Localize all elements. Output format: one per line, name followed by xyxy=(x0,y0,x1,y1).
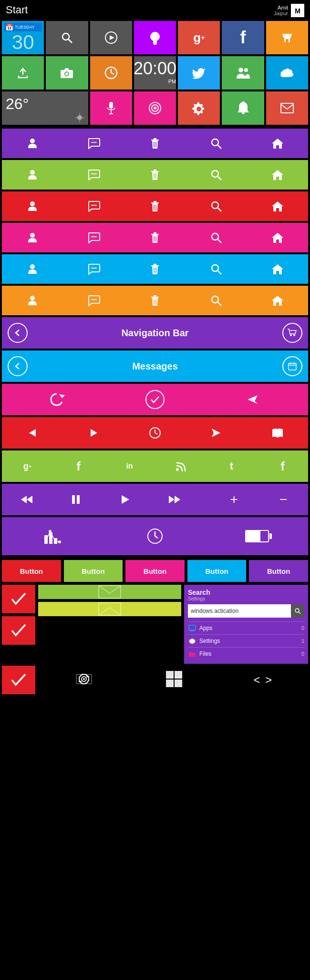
bottom-check[interactable] xyxy=(2,666,35,694)
envelope-item-1[interactable] xyxy=(38,585,181,599)
chat-icon-2[interactable] xyxy=(63,160,124,190)
share-button[interactable] xyxy=(204,392,302,407)
msg-calendar-button[interactable] xyxy=(282,356,302,376)
rss-button[interactable] xyxy=(155,461,206,471)
home-icon-3[interactable] xyxy=(247,191,308,221)
tile-gplus[interactable]: g+ xyxy=(178,21,220,54)
trash-icon-1[interactable] xyxy=(124,129,186,158)
tile-people[interactable] xyxy=(222,56,264,90)
chat-icon-4[interactable] xyxy=(63,223,124,252)
battery-icon[interactable] xyxy=(206,530,308,542)
camera-icon xyxy=(60,67,74,79)
home-icon-2[interactable] xyxy=(247,160,308,190)
facebook-button[interactable]: f xyxy=(53,459,104,474)
gplus-button[interactable]: g+ xyxy=(2,461,53,471)
search-result-apps[interactable]: Apps 0 xyxy=(188,621,304,634)
book-button[interactable] xyxy=(247,428,308,438)
home-icon-1[interactable] xyxy=(247,129,308,158)
play-button[interactable] xyxy=(101,494,150,505)
tile-mic[interactable] xyxy=(90,91,132,125)
person-icon-2[interactable] xyxy=(2,160,63,190)
tile-clock[interactable] xyxy=(90,56,132,90)
chat-icon-5[interactable] xyxy=(63,254,124,284)
button-blue[interactable]: Button xyxy=(187,560,247,582)
chat-icon-6[interactable] xyxy=(63,286,124,315)
tile-facebook[interactable]: f xyxy=(222,21,264,54)
tile-target[interactable] xyxy=(134,91,176,125)
tile-camera[interactable] xyxy=(46,56,88,90)
trash-icon-2[interactable] xyxy=(124,160,186,190)
search-icon-2[interactable] xyxy=(186,160,247,190)
check-circle-button[interactable] xyxy=(106,390,204,409)
search-result-files[interactable]: Files 0 xyxy=(188,647,304,660)
check-item-2[interactable] xyxy=(2,616,35,645)
search-icon-4[interactable] xyxy=(186,223,247,252)
search-icon-3[interactable] xyxy=(186,191,247,221)
svg-line-3 xyxy=(68,39,72,43)
button-red[interactable]: Button xyxy=(2,560,61,582)
volume-down-button[interactable]: − xyxy=(258,492,308,507)
button-purple[interactable]: Button xyxy=(249,560,308,582)
tile-calendar[interactable]: 📅 Tuesday 30 xyxy=(2,21,44,54)
tile-play[interactable] xyxy=(90,21,132,54)
tile-store[interactable] xyxy=(266,21,308,54)
fast-forward-button[interactable] xyxy=(150,495,200,504)
tile-search[interactable] xyxy=(46,21,88,54)
facebook2-button[interactable]: f xyxy=(257,459,308,474)
tile-bell[interactable] xyxy=(222,91,264,125)
tile-twitter[interactable] xyxy=(178,56,220,90)
person-icon-6[interactable] xyxy=(2,286,63,315)
refresh-button[interactable] xyxy=(8,391,106,408)
next-button[interactable] xyxy=(63,428,124,438)
settings-result-icon xyxy=(188,637,196,645)
envelope-item-2[interactable] xyxy=(38,602,181,616)
camera-rotate-icon[interactable] xyxy=(73,670,94,690)
angle-brackets-icon[interactable]: < > xyxy=(253,673,273,687)
tile-bulb[interactable] xyxy=(134,21,176,54)
button-pink[interactable]: Button xyxy=(125,560,185,582)
trash-icon-5[interactable] xyxy=(124,254,186,284)
volume-up-button[interactable]: + xyxy=(209,492,259,507)
search-icon-6[interactable] xyxy=(186,286,247,315)
msg-back-button[interactable] xyxy=(8,356,28,376)
trash-icon-4[interactable] xyxy=(124,223,186,252)
check-item-1[interactable] xyxy=(2,585,35,613)
search-result-settings[interactable]: Settings 1 xyxy=(188,634,304,647)
bar-chart-icon[interactable] xyxy=(2,528,104,545)
svg-rect-62 xyxy=(151,234,159,235)
navigate-button[interactable] xyxy=(186,428,247,438)
person-icon-4[interactable] xyxy=(2,223,63,252)
chat-icon-3[interactable] xyxy=(63,191,124,221)
tile-mail[interactable] xyxy=(266,91,308,125)
trash-icon-3[interactable] xyxy=(124,191,186,221)
home-icon-4[interactable] xyxy=(247,223,308,252)
svg-marker-97 xyxy=(212,429,220,437)
rewind-button[interactable] xyxy=(2,495,52,504)
search-icon-1[interactable] xyxy=(186,129,247,158)
clock-button[interactable] xyxy=(124,427,186,439)
svg-line-118 xyxy=(299,612,300,614)
person-icon-1[interactable] xyxy=(2,129,63,158)
twitter-button[interactable]: t xyxy=(206,460,257,472)
pause-button[interactable] xyxy=(52,494,101,505)
nav-cart-button[interactable] xyxy=(282,323,302,343)
tile-upload[interactable] xyxy=(2,56,44,90)
person-icon-3[interactable] xyxy=(2,191,63,221)
person-icon-5[interactable] xyxy=(2,254,63,284)
button-green[interactable]: Button xyxy=(64,560,123,582)
search-icon-5[interactable] xyxy=(186,254,247,284)
tile-gear[interactable] xyxy=(178,91,220,125)
search-input[interactable] xyxy=(188,608,291,614)
stats-clock-icon[interactable] xyxy=(104,528,206,545)
search-submit-button[interactable] xyxy=(291,604,304,618)
home-icon-6[interactable] xyxy=(247,286,308,315)
home-icon-5[interactable] xyxy=(247,254,308,284)
windows-logo-icon[interactable] xyxy=(165,670,183,690)
trash-icon-6[interactable] xyxy=(124,286,186,315)
tile-weather[interactable] xyxy=(266,56,308,90)
nav-back-button[interactable] xyxy=(8,323,28,343)
linkedin-button[interactable]: in xyxy=(104,462,155,470)
svg-rect-101 xyxy=(72,495,75,504)
chat-icon-1[interactable] xyxy=(63,129,124,158)
prev-button[interactable] xyxy=(2,428,63,438)
